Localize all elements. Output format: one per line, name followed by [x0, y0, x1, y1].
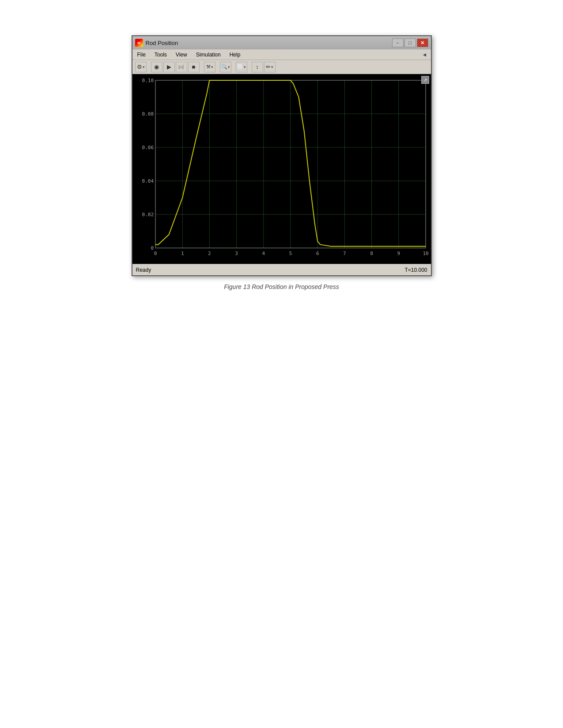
- zoom-icon: 🔍: [221, 64, 227, 70]
- window-wrapper: M Rod Position − □ ✕ File Tools View Sim…: [132, 35, 432, 290]
- zoom-button[interactable]: 🔍 ▾: [220, 62, 231, 72]
- step-icon: ▷|: [179, 64, 184, 69]
- settings-icon: ⚙: [137, 64, 142, 70]
- edit-dropdown-arrow: ▾: [271, 65, 273, 69]
- toolbar: ⚙ ▾ ◉ ▶ ▷| ■ ⚒ ▾ 🔍 ▾: [132, 60, 431, 74]
- menu-file[interactable]: File: [136, 51, 147, 58]
- menu-help[interactable]: Help: [228, 51, 242, 58]
- menu-view[interactable]: View: [174, 51, 189, 58]
- plot-inner: ↗: [132, 74, 431, 264]
- maximize-button[interactable]: □: [404, 38, 416, 47]
- minimize-button[interactable]: −: [392, 38, 404, 47]
- refresh-button[interactable]: ◉: [151, 62, 162, 72]
- plot-container: ↗: [132, 74, 431, 264]
- scale-button[interactable]: ↕: [252, 62, 263, 72]
- menu-tools[interactable]: Tools: [153, 51, 168, 58]
- title-bar: M Rod Position − □ ✕: [132, 36, 431, 49]
- frame-button[interactable]: ⬜ ▾: [236, 62, 247, 72]
- stop-icon: ■: [192, 64, 196, 70]
- refresh-icon: ◉: [154, 64, 159, 70]
- window-title: Rod Position: [146, 40, 178, 46]
- frame-dropdown-arrow: ▾: [244, 65, 246, 69]
- status-time: T=10.000: [404, 267, 427, 273]
- play-icon: ▶: [167, 64, 171, 70]
- title-bar-left: M Rod Position: [135, 39, 178, 47]
- close-button[interactable]: ✕: [417, 38, 428, 47]
- menu-bar: File Tools View Simulation Help ◄: [132, 49, 431, 60]
- play-button[interactable]: ▶: [163, 62, 175, 72]
- menu-arrow: ◄: [422, 52, 427, 58]
- edit-icon: ✏: [266, 64, 271, 70]
- scale-icon: ↕: [256, 64, 259, 70]
- settings-button[interactable]: ⚙ ▾: [135, 62, 147, 72]
- stop-button[interactable]: ■: [188, 62, 200, 72]
- plot-canvas: [132, 74, 431, 264]
- matlab-window: M Rod Position − □ ✕ File Tools View Sim…: [132, 35, 432, 276]
- title-bar-buttons: − □ ✕: [392, 38, 428, 47]
- config-icon: ⚒: [206, 64, 211, 70]
- figure-caption: Figure 13 Rod Position in Proposed Press: [132, 283, 432, 290]
- matlab-logo: M: [135, 39, 143, 47]
- config-button[interactable]: ⚒ ▾: [204, 62, 215, 72]
- status-ready: Ready: [136, 267, 151, 273]
- edit-button[interactable]: ✏ ▾: [264, 62, 276, 72]
- expand-button[interactable]: ↗: [421, 76, 429, 84]
- menu-simulation[interactable]: Simulation: [195, 51, 222, 58]
- step-button[interactable]: ▷|: [176, 62, 187, 72]
- zoom-dropdown-arrow: ▾: [228, 65, 230, 69]
- settings-dropdown-arrow: ▾: [143, 65, 145, 69]
- status-bar: Ready T=10.000: [132, 264, 431, 275]
- config-dropdown-arrow: ▾: [211, 65, 213, 69]
- frame-icon: ⬜: [237, 64, 243, 70]
